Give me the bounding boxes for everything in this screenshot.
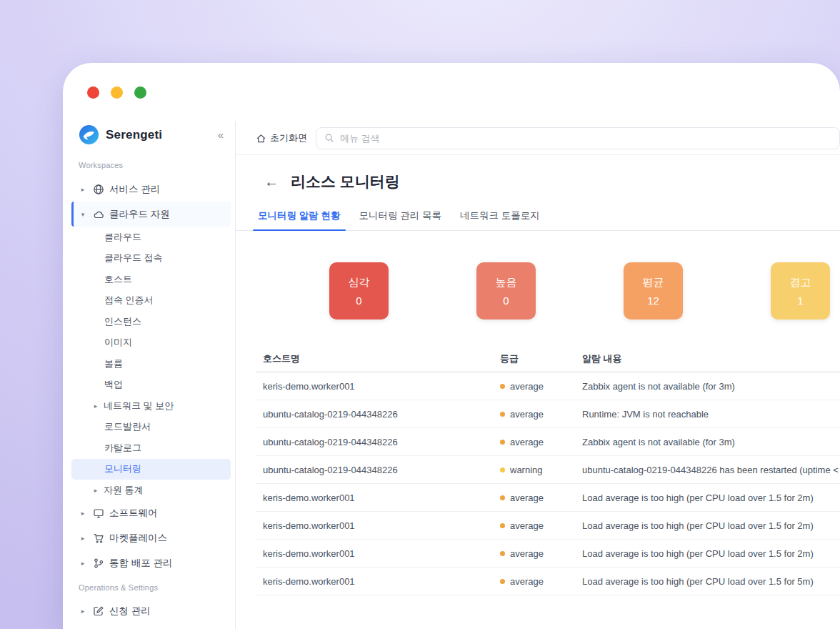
severity-label: average bbox=[510, 520, 544, 531]
marketplace-cart-icon bbox=[92, 533, 104, 545]
tab-monitoring-management-list[interactable]: 모니터링 관리 목록 bbox=[350, 202, 451, 230]
sidebar-item-deploy-management[interactable]: ▸ 통합 배포 관리 bbox=[71, 551, 231, 576]
chevron-right-icon: ▸ bbox=[91, 402, 100, 410]
table-row[interactable]: keris-demo.worker001 average Load averag… bbox=[256, 484, 840, 512]
cloud-icon bbox=[92, 208, 104, 220]
sidebar-item-label: 소프트웨어 bbox=[109, 507, 158, 520]
sidebar-subitem-monitoring[interactable]: 모니터링 bbox=[71, 459, 231, 480]
subitem-label: 볼륨 bbox=[104, 357, 123, 370]
stat-card-critical[interactable]: 심각 0 bbox=[329, 262, 389, 320]
topbar: 초기화면 bbox=[236, 122, 840, 155]
home-button[interactable]: 초기화면 bbox=[256, 132, 307, 144]
stat-card-label: 경고 bbox=[790, 276, 811, 289]
subitem-label: 클라우드 bbox=[104, 231, 141, 244]
severity-cell: average bbox=[500, 576, 582, 587]
table-row[interactable]: ubuntu-catalog-0219-044348226 average Za… bbox=[256, 428, 840, 456]
tab-monitoring-alarm-status[interactable]: 모니터링 알람 현황 bbox=[249, 202, 350, 230]
table-row[interactable]: ubuntu-catalog-0219-044348226 warning ub… bbox=[256, 456, 840, 484]
table-row[interactable]: keris-demo.worker001 average Load averag… bbox=[256, 568, 840, 595]
stat-card-high[interactable]: 높음 0 bbox=[476, 262, 536, 320]
home-icon bbox=[256, 133, 266, 144]
window-close-button[interactable] bbox=[87, 86, 99, 99]
alarm-cell: ubuntu-catalog-0219-044348226 has been r… bbox=[582, 465, 840, 475]
severity-dot-icon bbox=[500, 467, 505, 472]
chevron-right-icon: ▸ bbox=[91, 487, 100, 494]
sidebar-item-software[interactable]: ▸ 소프트웨어 bbox=[71, 501, 231, 526]
table-row[interactable]: keris-demo.worker001 average Load averag… bbox=[256, 540, 840, 568]
sidebar-subitem-image[interactable]: 이미지 bbox=[71, 332, 231, 354]
sidebar-item-label: 신청 관리 bbox=[109, 605, 151, 618]
sidebar-subitem-resource-stats[interactable]: ▸ 자원 통계 bbox=[71, 480, 231, 501]
tab-network-topology[interactable]: 네트워크 토폴로지 bbox=[451, 202, 549, 230]
subitem-label: 모니터링 bbox=[104, 462, 141, 475]
severity-label: average bbox=[510, 492, 544, 503]
sidebar-subitem-cloud[interactable]: 클라우드 bbox=[71, 227, 231, 248]
table-header-row: 호스트명 등급 알람 내용 bbox=[256, 345, 840, 372]
brand-name: Serengeti bbox=[106, 128, 207, 142]
severity-dot-icon bbox=[500, 523, 505, 528]
sidebar-subitem-cloud-access[interactable]: 클라우드 접속 bbox=[71, 248, 231, 269]
sidebar-item-label: 클라우드 자원 bbox=[109, 208, 170, 221]
severity-cell: average bbox=[500, 409, 582, 420]
alarm-table: 호스트명 등급 알람 내용 keris-demo.worker001 avera… bbox=[256, 345, 840, 595]
stat-card-warning[interactable]: 경고 1 bbox=[771, 262, 830, 320]
host-cell: keris-demo.worker001 bbox=[256, 548, 500, 559]
page-header: ← 리소스 모니터링 bbox=[236, 155, 840, 202]
subitem-label: 백업 bbox=[104, 378, 123, 391]
table-row[interactable]: keris-demo.worker001 average Zabbix agen… bbox=[256, 372, 840, 400]
alarm-cell: Runtime: JVM is not reachable bbox=[582, 409, 840, 420]
stat-card-average[interactable]: 평균 12 bbox=[624, 262, 683, 320]
alarm-cell: Load average is too high (per CPU load o… bbox=[582, 520, 840, 531]
column-header-alarm: 알람 내용 bbox=[582, 352, 840, 365]
menu-search-input[interactable] bbox=[340, 133, 831, 144]
chevron-right-icon: ▸ bbox=[79, 560, 87, 567]
column-header-severity: 등급 bbox=[500, 352, 582, 365]
sidebar-subitem-network-security[interactable]: ▸ 네트워크 및 보안 bbox=[71, 395, 231, 417]
subitem-label: 이미지 bbox=[104, 336, 132, 349]
alarm-summary-cards: 심각 0 높음 0 평균 12 경고 1 bbox=[236, 231, 840, 320]
sidebar-subitem-backup[interactable]: 백업 bbox=[71, 375, 231, 396]
sidebar-item-marketplace[interactable]: ▸ 마켓플레이스 bbox=[71, 526, 231, 551]
sidebar-item-request-management[interactable]: ▸ 신청 관리 bbox=[71, 599, 231, 624]
subitem-label: 접속 인증서 bbox=[104, 294, 154, 307]
app-window: Serengeti « Workspaces ▸ 서비스 관리 ▾ 클라우드 자… bbox=[63, 63, 840, 629]
sidebar-item-settings-management[interactable]: ▸ 설정 관리 bbox=[71, 624, 231, 629]
back-button[interactable]: ← bbox=[264, 174, 279, 189]
alarm-cell: Load average is too high (per CPU load o… bbox=[582, 492, 840, 503]
stat-card-value: 1 bbox=[797, 294, 803, 307]
subitem-label: 인스턴스 bbox=[104, 315, 141, 328]
main-area: 초기화면 ← 리소스 모니터링 모니터링 알람 현황 모니터링 관리 목록 네트… bbox=[236, 122, 840, 629]
sidebar-subitem-host[interactable]: 호스트 bbox=[71, 269, 231, 290]
table-row[interactable]: keris-demo.worker001 average Load averag… bbox=[256, 512, 840, 540]
sidebar-item-cloud-resources[interactable]: ▾ 클라우드 자원 bbox=[71, 202, 231, 227]
sidebar-subitem-volume[interactable]: 볼륨 bbox=[71, 353, 231, 375]
subitem-label: 호스트 bbox=[104, 273, 132, 286]
sidebar-subitem-load-balancer[interactable]: 로드발란서 bbox=[71, 417, 231, 438]
stat-card-value: 0 bbox=[503, 294, 509, 307]
severity-label: average bbox=[510, 381, 544, 392]
chevron-down-icon: ▾ bbox=[79, 211, 87, 218]
sidebar-subitem-instance[interactable]: 인스턴스 bbox=[71, 311, 231, 332]
sidebar-item-label: 서비스 관리 bbox=[109, 183, 160, 196]
stat-card-label: 높음 bbox=[496, 276, 517, 289]
section-label-workspaces: Workspaces bbox=[71, 154, 231, 177]
sidebar-item-service-management[interactable]: ▸ 서비스 관리 bbox=[71, 177, 231, 202]
severity-cell: warning bbox=[500, 465, 582, 475]
severity-dot-icon bbox=[500, 551, 505, 556]
sidebar-subitem-catalog[interactable]: 카탈로그 bbox=[71, 437, 231, 459]
subitem-label: 자원 통계 bbox=[104, 484, 144, 497]
sidebar-collapse-button[interactable]: « bbox=[214, 127, 228, 142]
window-minimize-button[interactable] bbox=[111, 86, 123, 99]
window-titlebar bbox=[63, 63, 840, 122]
host-cell: ubuntu-catalog-0219-044348226 bbox=[256, 437, 500, 447]
table-row[interactable]: ubuntu-catalog-0219-044348226 average Ru… bbox=[256, 400, 840, 428]
edit-icon bbox=[92, 605, 104, 618]
subitem-label: 로드발란서 bbox=[104, 420, 151, 433]
subitem-label: 네트워크 및 보안 bbox=[104, 400, 174, 412]
severity-label: average bbox=[510, 409, 544, 420]
window-zoom-button[interactable] bbox=[134, 86, 146, 99]
severity-dot-icon bbox=[500, 412, 505, 417]
alarm-cell: Load average is too high (per CPU load o… bbox=[582, 548, 840, 559]
host-cell: ubuntu-catalog-0219-044348226 bbox=[256, 465, 500, 475]
sidebar-subitem-access-cert[interactable]: 접속 인증서 bbox=[71, 290, 231, 312]
